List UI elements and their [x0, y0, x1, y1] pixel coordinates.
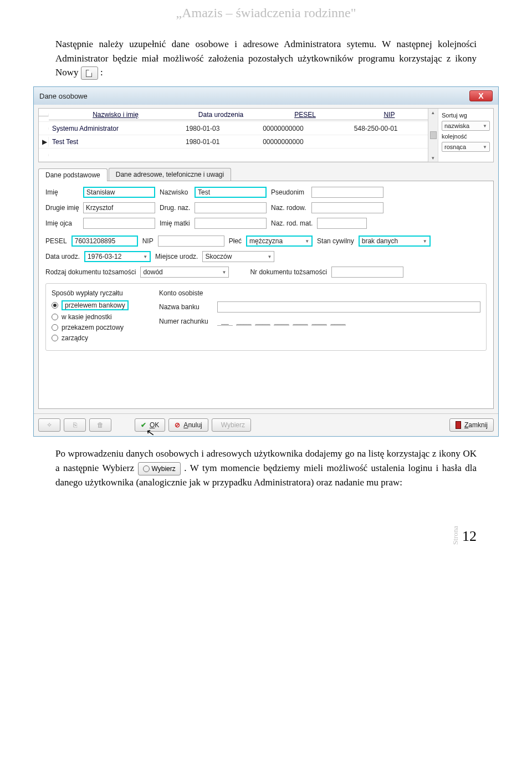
- outro-paragraph: Po wprowadzeniu danych osobowych i adres…: [0, 447, 532, 489]
- radio-icon: [52, 302, 58, 309]
- label-naz-rodow: Naz. rodow.: [271, 204, 307, 212]
- label-konto: Konto osobiste: [159, 289, 203, 297]
- input-drugie-imie[interactable]: Krzysztof: [83, 202, 155, 213]
- cell-name: Test Test: [49, 137, 182, 147]
- col-nip[interactable]: NIP: [383, 111, 395, 119]
- col-dob[interactable]: Data urodzenia: [182, 110, 259, 120]
- form-panel: Imię Stanisław Nazwisko Test Pseudonim D…: [38, 181, 494, 409]
- input-nip[interactable]: [158, 236, 224, 247]
- chevron-down-icon: ▼: [423, 239, 427, 244]
- label-nip: NIP: [142, 237, 154, 245]
- wybierz-inline-button: Wybierz: [138, 462, 181, 475]
- intro-paragraph: Następnie należy uzupełnić dane osobowe …: [0, 37, 532, 80]
- input-nr-dok[interactable]: [331, 267, 403, 278]
- cancel-button[interactable]: ⊘ Anuluj: [168, 418, 208, 432]
- label-nr-dok: Nr dokumentu tożsamości: [250, 268, 327, 276]
- label-bank: Nazwa banku: [159, 303, 212, 311]
- col-name[interactable]: Nazwisko i imię: [93, 111, 139, 119]
- new-icon-button: [81, 66, 98, 80]
- chevron-down-icon: ▼: [305, 239, 309, 244]
- scroll-down-icon[interactable]: ▾: [432, 155, 434, 161]
- input-drug-naz[interactable]: [195, 202, 267, 213]
- select-plec[interactable]: mężczyzna▼: [246, 236, 313, 247]
- payment-opt-cash[interactable]: w kasie jednostki: [52, 313, 146, 321]
- label-drug-naz: Drug. naz.: [160, 204, 190, 212]
- page-label: Strona: [451, 526, 460, 545]
- input-naz-rod-mat[interactable]: [317, 218, 367, 229]
- table-row[interactable]: Systemu Administrator 1980-01-03 0000000…: [39, 122, 428, 135]
- label-plec: Płeć: [229, 237, 242, 245]
- grid-header-row: Nazwisko i imię Data urodzenia PESEL NIP: [39, 109, 428, 122]
- table-row: [39, 149, 428, 162]
- radio-icon: [52, 335, 58, 341]
- select-button[interactable]: Wybierz: [212, 418, 251, 432]
- input-imie-matki[interactable]: [195, 218, 267, 229]
- copy-icon: ⎘: [73, 421, 77, 429]
- input-bank[interactable]: [217, 301, 480, 313]
- cell-pesel: 00000000000: [259, 137, 351, 147]
- input-naz-rodow[interactable]: [311, 202, 383, 213]
- label-miejsce-urodz: Miejsce urodz.: [155, 253, 198, 260]
- input-miejsce-urodz[interactable]: Skoczów▼: [202, 251, 274, 262]
- cell-dob: 1980-01-01: [182, 137, 259, 147]
- label-drugie-imie: Drugie imię: [45, 204, 79, 212]
- new-button[interactable]: ✧: [38, 418, 60, 432]
- input-pseudonim[interactable]: [311, 187, 383, 198]
- payment-opt-transfer[interactable]: przelewem bankowy: [52, 300, 146, 310]
- scrollbar[interactable]: ▴ ▾: [428, 109, 438, 162]
- titlebar: Dane osobowe X: [34, 87, 498, 105]
- bottom-toolbar: ✧ ⎘ 🗑 ✔ OK ↖ ⊘ Anuluj Wybierz Zamknij: [34, 413, 498, 436]
- radio-icon: [52, 324, 58, 331]
- input-account-number[interactable]: __________________________: [217, 317, 346, 326]
- label-rodzaj-dok: Rodzaj dokumentu tożsamości: [45, 268, 136, 276]
- payment-opt-postal[interactable]: przekazem pocztowy: [52, 324, 146, 331]
- chevron-down-icon: ▼: [222, 270, 227, 275]
- delete-button[interactable]: 🗑: [89, 418, 111, 432]
- label-imie-ojca: Imię ojca: [45, 219, 79, 227]
- cell-pesel: 00000000000: [259, 124, 351, 134]
- payment-opt-manager[interactable]: zarządcy: [52, 334, 146, 342]
- cell-nip: 548-250-00-01: [351, 124, 428, 134]
- scroll-up-icon[interactable]: ▴: [432, 110, 434, 115]
- close-button[interactable]: X: [469, 90, 493, 101]
- persons-grid: Nazwisko i imię Data urodzenia PESEL NIP…: [38, 108, 494, 162]
- chevron-down-icon: ▼: [483, 124, 487, 129]
- document-icon: [86, 70, 92, 77]
- label-rachunek: Numer rachunku: [159, 318, 212, 325]
- trash-icon: 🗑: [97, 421, 104, 429]
- select-rodzaj-dok[interactable]: dowód▼: [140, 267, 229, 278]
- copy-button[interactable]: ⎘: [64, 418, 86, 432]
- row-marker: [39, 127, 49, 130]
- chevron-down-icon: ▼: [483, 145, 487, 150]
- tabs: Dane podstawowe Dane adresowe, telefonic…: [38, 168, 494, 181]
- label-pseudonim: Pseudonim: [271, 188, 307, 196]
- page-number: 12: [462, 528, 477, 544]
- cancel-icon: ⊘: [175, 421, 180, 429]
- input-nazwisko[interactable]: Test: [195, 187, 267, 198]
- sort-field-combo[interactable]: nazwiska▼: [442, 121, 490, 131]
- close-button-bottom[interactable]: Zamknij: [449, 418, 494, 432]
- scroll-thumb[interactable]: [430, 131, 437, 139]
- select-stan-cywilny[interactable]: brak danych▼: [359, 236, 431, 247]
- ok-button[interactable]: ✔ OK ↖: [135, 418, 165, 432]
- radio-icon: [52, 314, 58, 320]
- col-pesel[interactable]: PESEL: [294, 111, 316, 119]
- label-naz-rod-mat: Naz. rod. mat.: [271, 219, 313, 227]
- tab-address-data[interactable]: Dane adresowe, telefoniczne i uwagi: [109, 168, 231, 181]
- dialog-window: Dane osobowe X Nazwisko i imię Data urod…: [33, 86, 499, 437]
- tab-basic-data[interactable]: Dane podstawowe: [38, 168, 108, 181]
- input-data-urodz[interactable]: 1976-03-12▼: [84, 251, 151, 262]
- colon-text: :: [100, 67, 103, 78]
- table-row[interactable]: ▶ Test Test 1980-01-01 00000000000: [39, 135, 428, 149]
- input-pesel[interactable]: 76031208895: [71, 236, 138, 247]
- cell-name: Systemu Administrator: [49, 124, 182, 134]
- label-data-urodz: Data urodz.: [45, 253, 80, 260]
- window-title: Dane osobowe: [39, 92, 88, 100]
- chevron-down-icon: ▼: [143, 254, 147, 259]
- chevron-down-icon: ▼: [268, 254, 272, 259]
- input-imie[interactable]: Stanisław: [83, 187, 155, 198]
- payment-block: Sposób wypłaty ryczałtu przelewem bankow…: [45, 283, 487, 351]
- sort-order-combo[interactable]: rosnąca▼: [442, 142, 490, 152]
- input-imie-ojca[interactable]: [83, 218, 155, 229]
- document-header: „Amazis – świadczenia rodzinne": [0, 0, 532, 37]
